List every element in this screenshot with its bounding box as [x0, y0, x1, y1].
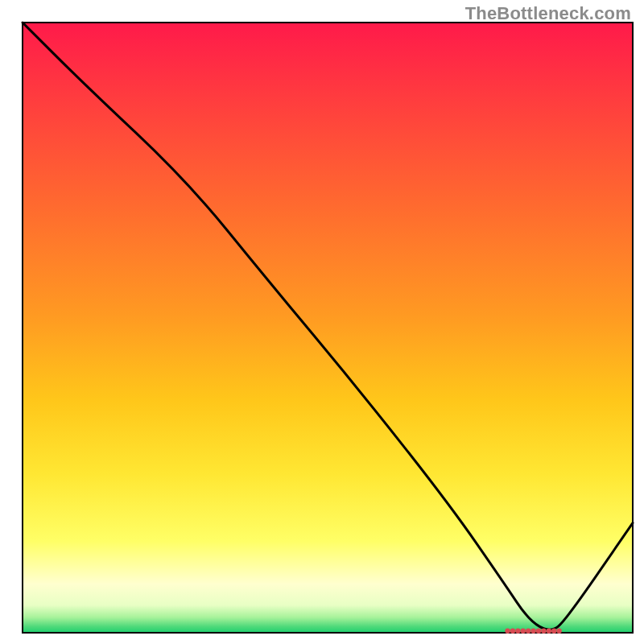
- optimal-marker-dot: [505, 629, 510, 634]
- chart-root: TheBottleneck.com: [0, 0, 644, 644]
- optimal-marker-dot: [521, 629, 526, 634]
- optimal-marker-dot: [526, 629, 530, 634]
- plot-background: [23, 23, 633, 633]
- optimal-marker-band: [505, 629, 561, 634]
- optimal-marker-dot: [515, 629, 520, 634]
- optimal-marker-dot: [556, 629, 561, 634]
- optimal-marker-dot: [530, 629, 535, 634]
- optimal-marker-dot: [547, 629, 551, 634]
- optimal-marker-dot: [510, 629, 515, 634]
- optimal-marker-dot: [536, 629, 541, 634]
- optimal-marker-dot: [551, 629, 556, 634]
- watermark-label: TheBottleneck.com: [465, 3, 631, 24]
- optimal-marker-dot: [541, 629, 546, 634]
- chart-canvas: [0, 0, 644, 644]
